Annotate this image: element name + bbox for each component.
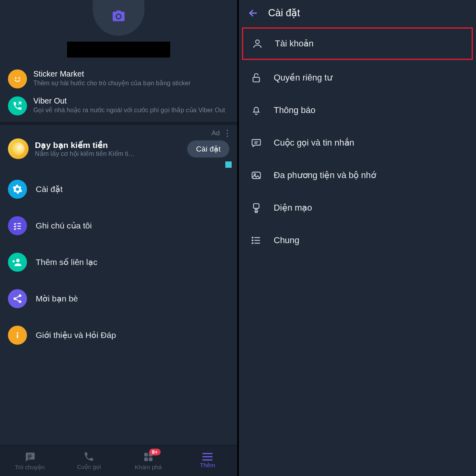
image-icon (250, 170, 263, 181)
menu-mynotes[interactable]: Ghi chú của tôi (0, 207, 237, 244)
svg-line-10 (16, 296, 19, 298)
settings-appearance[interactable]: Diện mạo (239, 192, 476, 224)
menu-label: Ghi chú của tôi (36, 221, 92, 230)
settings-media-storage[interactable]: Đa phương tiện và bộ nhớ (239, 159, 476, 192)
menu-settings[interactable]: Cài đặt (0, 171, 237, 207)
paint-brush-icon (250, 202, 263, 213)
person-icon (251, 38, 264, 49)
svg-point-9 (19, 300, 21, 303)
svg-line-11 (16, 299, 19, 301)
settings-label: Đa phương tiện và bộ nhớ (274, 170, 376, 180)
feature-subtitle: Thêm sự hài hước cho trò chuyện của bạn … (33, 79, 229, 87)
nav-explore[interactable]: 9+ Khám phá (119, 445, 178, 476)
ad-item[interactable]: Dạy bạn kiếm tiền Nắm lấy cơ hội kiếm ti… (0, 138, 237, 163)
svg-point-6 (16, 259, 20, 262)
feature-text: Sticker Market Thêm sự hài hước cho trò … (33, 69, 229, 87)
share-icon (8, 289, 27, 308)
menu-invite[interactable]: Mời bạn bè (0, 280, 237, 317)
settings-label: Cuộc gọi và tin nhắn (274, 138, 354, 148)
settings-account[interactable]: Tài khoản (242, 27, 473, 60)
menu-label: Giới thiệu và Hỏi Đáp (36, 330, 116, 340)
settings-privacy[interactable]: Quyền riêng tư (239, 61, 476, 94)
feature-title: Sticker Market (33, 69, 229, 79)
section-divider (0, 122, 237, 125)
bell-icon (250, 105, 263, 116)
settings-list: Tài khoản Quyền riêng tư Thông báo Cuộc … (239, 26, 476, 257)
feature-text: Viber Out Gọi về nhà hoặc ra nước ngoài … (33, 96, 229, 114)
nav-more[interactable]: Thêm (178, 445, 238, 476)
menu-label: Mời bạn bè (36, 294, 78, 303)
svg-point-28 (252, 237, 253, 238)
svg-rect-22 (253, 77, 259, 82)
ad-subtitle: Nắm lấy cơ hội kiếm tiền Kiếm ti… (35, 150, 181, 157)
ad-close-marker[interactable] (225, 161, 232, 168)
svg-point-8 (13, 298, 16, 300)
ad-label: Ad (211, 129, 220, 137)
camera-icon (111, 9, 127, 23)
feature-list: Sticker Market Thêm sự hài hước cho trò … (0, 65, 237, 119)
nav-label: Thêm (200, 462, 215, 468)
settings-general[interactable]: Chung (239, 224, 476, 257)
sticker-market-item[interactable]: Sticker Market Thêm sự hài hước cho trò … (0, 65, 237, 92)
feature-title: Viber Out (33, 96, 229, 106)
bottom-nav: Trò chuyện Cuộc gọi 9+ Khám phá Thêm (0, 445, 237, 476)
settings-title: Cài đặt (268, 7, 300, 19)
sticker-smiley-icon (8, 69, 27, 88)
svg-point-30 (252, 240, 253, 241)
ad-coin-icon (8, 138, 29, 159)
ad-text: Dạy bạn kiếm tiền Nắm lấy cơ hội kiếm ti… (35, 140, 181, 157)
settings-label: Tài khoản (275, 38, 313, 49)
svg-rect-17 (144, 453, 148, 456)
settings-label: Diện mạo (274, 203, 312, 213)
lock-open-icon (250, 72, 263, 83)
svg-point-12 (17, 332, 18, 334)
back-arrow-icon[interactable] (248, 8, 259, 19)
nav-chat[interactable]: Trò chuyện (0, 445, 60, 476)
more-screen: Sticker Market Thêm sự hài hước cho trò … (0, 0, 238, 476)
nav-badge: 9+ (149, 449, 161, 455)
nav-label: Trò chuyện (15, 464, 44, 471)
menu-list: Cài đặt Ghi chú của tôi Thêm số liên lạc… (0, 171, 237, 353)
nav-label: Khám phá (135, 464, 162, 470)
feature-subtitle: Gọi về nhà hoặc ra nước ngoài với cước p… (33, 106, 229, 114)
svg-rect-20 (149, 457, 152, 461)
menu-about[interactable]: Giới thiệu và Hỏi Đáp (0, 317, 237, 353)
phone-out-icon (8, 96, 27, 115)
list-icon (250, 235, 263, 246)
settings-screen: Cài đặt Tài khoản Quyền riêng tư Thông b… (238, 0, 476, 476)
svg-point-7 (19, 294, 21, 297)
chat-bubble-icon (250, 137, 263, 148)
ad-title: Dạy bạn kiếm tiền (35, 140, 181, 150)
svg-rect-13 (17, 334, 18, 338)
nav-calls[interactable]: Cuộc gọi (60, 445, 119, 476)
profile-name-redacted (67, 42, 170, 58)
profile-section (0, 0, 237, 65)
settings-label: Quyền riêng tư (274, 73, 332, 83)
ad-install-button[interactable]: Cài đặt (187, 140, 229, 157)
viber-out-item[interactable]: Viber Out Gọi về nhà hoặc ra nước ngoài … (0, 92, 237, 119)
settings-calls-messages[interactable]: Cuộc gọi và tin nhắn (239, 127, 476, 159)
svg-rect-27 (253, 204, 259, 209)
gear-icon (8, 180, 27, 199)
info-icon (8, 326, 27, 345)
phone-icon (83, 451, 94, 462)
settings-label: Thông báo (274, 105, 315, 115)
hamburger-icon (202, 453, 213, 461)
settings-label: Chung (274, 235, 299, 246)
nav-label: Cuộc gọi (77, 463, 101, 470)
svg-point-1 (15, 77, 17, 79)
menu-add-contact[interactable]: Thêm số liên lạc (0, 244, 237, 280)
svg-point-32 (252, 243, 253, 244)
menu-label: Cài đặt (36, 184, 63, 194)
svg-point-21 (255, 40, 259, 44)
profile-avatar-button[interactable] (93, 0, 144, 36)
svg-rect-19 (144, 457, 148, 461)
settings-notifications[interactable]: Thông báo (239, 94, 476, 127)
ad-options-icon[interactable]: ⋮ (223, 129, 232, 138)
settings-header: Cài đặt (239, 0, 476, 26)
svg-point-0 (12, 73, 23, 84)
checklist-icon (8, 216, 27, 235)
ad-marker-row: Ad ⋮ (0, 127, 237, 138)
chat-icon (24, 451, 36, 463)
svg-point-2 (18, 77, 20, 79)
